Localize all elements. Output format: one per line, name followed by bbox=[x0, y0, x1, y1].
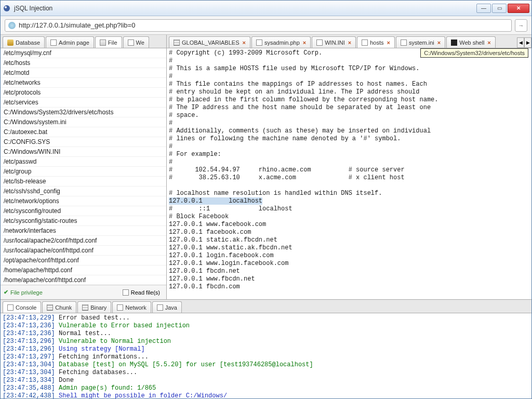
file-list-item[interactable]: /etc/networks bbox=[1, 78, 166, 88]
file-list-item[interactable]: /home/apache/conf/httpd.conf bbox=[1, 275, 166, 285]
tab-label: system.ini bbox=[409, 39, 434, 46]
file-list-item[interactable]: /usr/local/apache2/conf/httpd.conf bbox=[1, 236, 166, 246]
tab-sysadmin-php[interactable]: sysadmin.php× bbox=[251, 36, 311, 48]
file-list-item[interactable]: /opt/apache/conf/httpd.conf bbox=[1, 256, 166, 265]
console-line: [23:47:13,236] Vulnerable to Error based… bbox=[3, 322, 529, 330]
tab-win-ini[interactable]: WIN.INI× bbox=[312, 36, 356, 48]
file-list-item[interactable]: C:/Windows/System32/drivers/etc/hosts bbox=[1, 108, 166, 117]
console-line: [23:47:42,438] Shell might be possible i… bbox=[3, 392, 529, 398]
tab-system-ini[interactable]: system.ini× bbox=[396, 36, 445, 48]
close-tab-icon[interactable]: × bbox=[242, 39, 245, 46]
file-icon bbox=[100, 39, 106, 46]
close-tab-icon[interactable]: × bbox=[437, 39, 441, 46]
close-tab-icon[interactable]: × bbox=[303, 39, 306, 46]
file-list-item[interactable]: /etc/protocols bbox=[1, 88, 166, 98]
file-list-item[interactable]: /etc/services bbox=[1, 98, 166, 108]
console-line: [23:47:13,296] Using strategy [Normal] bbox=[3, 345, 529, 353]
timestamp: [23:47:13,304] bbox=[3, 361, 55, 368]
console-line: [23:47:13,304] Fetching databases... bbox=[3, 369, 529, 377]
svg-point-1 bbox=[5, 6, 7, 8]
grid-icon bbox=[174, 39, 180, 46]
close-button[interactable]: ✕ bbox=[508, 4, 529, 13]
tab-label: Admin page bbox=[59, 39, 89, 46]
console[interactable]: [23:47:13,229] Error based test...[23:47… bbox=[1, 313, 531, 398]
file-list-item[interactable]: /etc/mysql/my.cnf bbox=[1, 48, 166, 58]
svg-point-0 bbox=[4, 5, 10, 11]
file-list-item[interactable]: /etc/network/options bbox=[1, 196, 166, 206]
file-list-item[interactable]: /etc/lsb-release bbox=[1, 177, 166, 187]
maximize-button[interactable]: ▭ bbox=[492, 4, 507, 13]
console-line: [23:47:35,488] Admin page(s) found: 1/86… bbox=[3, 384, 529, 392]
go-button[interactable]: → bbox=[515, 19, 527, 32]
file-list-item[interactable]: C:/autoexec.bat bbox=[1, 127, 166, 137]
file-privilege-label: ✔ File privilege bbox=[4, 289, 43, 296]
close-tab-icon[interactable]: × bbox=[348, 39, 351, 46]
url-bar: http://127.0.0.1/simulate_get.php?lib=0 … bbox=[1, 16, 531, 35]
titlebar: jSQL Injection — ▭ ✕ bbox=[1, 1, 531, 16]
grid-icon bbox=[82, 304, 88, 311]
timestamp: [23:47:13,297] bbox=[3, 353, 55, 361]
url-text: http://127.0.0.1/simulate_get.php?lib=0 bbox=[19, 21, 135, 29]
tab-we[interactable]: We bbox=[123, 36, 149, 48]
tab-chunk[interactable]: Chunk bbox=[42, 301, 76, 313]
timestamp: [23:47:13,304] bbox=[3, 369, 55, 376]
console-line: [23:47:13,304] Database [test] on MySQL … bbox=[3, 361, 529, 369]
page-icon bbox=[50, 39, 57, 46]
file-list-item[interactable]: /etc/motd bbox=[1, 68, 166, 78]
file-list[interactable]: /etc/mysql/my.cnf/etc/hosts/etc/motd/etc… bbox=[1, 48, 166, 285]
database-icon bbox=[7, 39, 14, 46]
page-icon bbox=[117, 304, 123, 311]
file-list-item[interactable]: /etc/hosts bbox=[1, 58, 166, 68]
tab-global-variables[interactable]: GLOBAL_VARIABLES× bbox=[169, 36, 250, 48]
timestamp: [23:47:13,229] bbox=[3, 314, 55, 322]
check-icon: ✔ bbox=[4, 289, 8, 296]
timestamp: [23:47:42,438] bbox=[3, 392, 55, 398]
tab-web-shell[interactable]: Web shell× bbox=[446, 36, 496, 48]
tab-label: We bbox=[136, 39, 144, 46]
tab-label: GLOBAL_VARIABLES bbox=[182, 39, 239, 46]
tab-tooltip: C:/Windows/System32/drivers/etc/hosts bbox=[420, 48, 528, 58]
file-content[interactable]: # Copyright (c) 1993-2009 Microsoft Corp… bbox=[167, 48, 531, 299]
tab-console[interactable]: Console bbox=[3, 301, 41, 313]
timestamp: [23:47:13,236] bbox=[3, 330, 55, 337]
file-list-item[interactable]: /home/apache/httpd.conf bbox=[1, 265, 166, 275]
console-line: [23:47:13,236] Normal test... bbox=[3, 330, 529, 338]
tabs-scroll-right[interactable]: ▶ bbox=[524, 37, 531, 48]
file-list-item[interactable]: /etc/ssh/sshd_config bbox=[1, 187, 166, 196]
tab-admin-page[interactable]: Admin page bbox=[46, 36, 94, 48]
tab-hosts[interactable]: hosts× bbox=[357, 36, 395, 48]
tab-label: hosts bbox=[370, 39, 383, 46]
file-list-item[interactable]: /etc/sysconfig/routed bbox=[1, 206, 166, 216]
tab-java[interactable]: Java bbox=[152, 301, 182, 313]
shell-icon bbox=[451, 39, 457, 46]
tab-binary[interactable]: Binary bbox=[77, 301, 111, 313]
window-title: jSQL Injection bbox=[14, 5, 476, 12]
tab-network[interactable]: Network bbox=[112, 301, 151, 313]
file-list-item[interactable]: /network/interfaces bbox=[1, 226, 166, 236]
console-line: [23:47:13,296] Vulnerable to Normal inje… bbox=[3, 338, 529, 345]
tab-label: Binary bbox=[90, 304, 107, 311]
page-icon bbox=[316, 39, 323, 46]
file-list-item[interactable]: C:/Windows/system.ini bbox=[1, 117, 166, 127]
minimize-button[interactable]: — bbox=[476, 4, 491, 13]
file-list-item[interactable]: /etc/sysconfig/static-routes bbox=[1, 216, 166, 226]
file-list-item[interactable]: /etc/passwd bbox=[1, 157, 166, 167]
file-list-item[interactable]: /usr/local/apache/conf/httpd.conf bbox=[1, 246, 166, 256]
tab-label: Chunk bbox=[55, 304, 72, 311]
timestamp: [23:47:13,334] bbox=[3, 377, 55, 384]
tab-file[interactable]: File bbox=[95, 36, 122, 48]
close-tab-icon[interactable]: × bbox=[387, 39, 390, 46]
tab-label: Java bbox=[165, 304, 177, 311]
url-input[interactable]: http://127.0.0.1/simulate_get.php?lib=0 bbox=[5, 19, 512, 32]
tab-database[interactable]: Database bbox=[3, 36, 45, 48]
read-files-button[interactable]: Read file(s) bbox=[119, 288, 163, 297]
page-icon bbox=[128, 39, 134, 46]
tabs-scroll-left[interactable]: ◀ bbox=[517, 37, 524, 48]
read-icon bbox=[123, 289, 129, 296]
file-list-item[interactable]: C:/Windows/WIN.INI bbox=[1, 147, 166, 157]
close-tab-icon[interactable]: × bbox=[487, 39, 490, 46]
console-line: [23:47:13,334] Done bbox=[3, 377, 529, 384]
file-list-item[interactable]: C:/CONFIG.SYS bbox=[1, 137, 166, 147]
file-list-item[interactable]: /etc/group bbox=[1, 167, 166, 177]
timestamp: [23:47:13,236] bbox=[3, 322, 55, 329]
